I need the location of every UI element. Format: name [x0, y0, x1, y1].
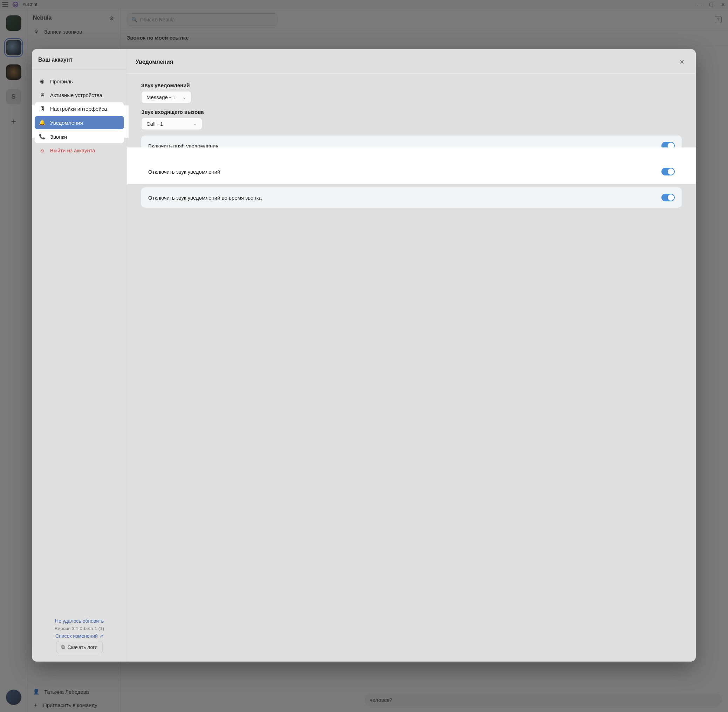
modal-close-button[interactable]: ✕: [676, 57, 687, 67]
call-sound-label: Звук входящего вызова: [141, 109, 682, 115]
nav-devices[interactable]: 🖥 Активные устройства: [35, 89, 124, 102]
nav-label: Выйти из аккаунта: [50, 147, 95, 153]
mute-toggle[interactable]: [661, 168, 675, 175]
nav-label: Настройки интерфейса: [50, 106, 107, 112]
user-icon: ◉: [39, 78, 45, 85]
version-text: Версия 3.1.0-beta.1 (1): [37, 626, 122, 631]
toggle-row-mute: Отключить звук уведомлений: [141, 162, 682, 182]
modal-main-title: Уведомления: [135, 59, 173, 65]
sliders-icon: 🎛: [39, 106, 45, 112]
account-settings-modal: Ваш аккаунт ◉ Профиль 🖥 Активные устройс…: [32, 49, 696, 662]
modal-sidebar-title: Ваш аккаунт: [32, 49, 127, 70]
download-logs-button[interactable]: ⧉ Скачать логи: [56, 641, 103, 653]
nav-interface[interactable]: 🎛 Настройки интерфейса: [35, 102, 124, 115]
toggle-row-push: Включить push уведомления: [141, 135, 682, 156]
toggle-label: Включить push уведомления: [148, 143, 218, 149]
nav-calls[interactable]: 📞 Звонки: [35, 130, 124, 143]
phone-icon: 📞: [39, 134, 45, 140]
update-failed-link[interactable]: Не удалось обновить: [37, 618, 122, 624]
toggle-label: Отключить звук уведомлений: [148, 169, 220, 175]
nav-profile[interactable]: ◉ Профиль: [35, 74, 124, 88]
nav-logout[interactable]: ⎋ Выйти из аккаунта: [35, 144, 124, 157]
logout-icon: ⎋: [39, 147, 45, 153]
toggle-row-mute-in-call: Отключить звук уведомлений во время звон…: [141, 187, 682, 208]
push-toggle[interactable]: [661, 142, 675, 150]
notification-sound-select[interactable]: Message - 1 ⌄: [141, 91, 191, 103]
nav-label: Звонки: [50, 134, 67, 140]
devices-icon: 🖥: [39, 92, 45, 98]
modal-main: Уведомления ✕ Звук уведомлений Message -…: [127, 49, 696, 662]
toggle-label: Отключить звук уведомлений во время звон…: [148, 195, 262, 201]
nav-label: Уведомления: [50, 120, 83, 126]
mute-in-call-toggle[interactable]: [661, 194, 675, 202]
download-icon: ⧉: [61, 644, 65, 650]
download-logs-label: Скачать логи: [68, 644, 97, 650]
select-value: Call - 1: [146, 121, 163, 127]
select-value: Message - 1: [146, 94, 175, 100]
changelog-link[interactable]: Список изменений ↗: [37, 633, 122, 639]
chevron-down-icon: ⌄: [183, 95, 186, 100]
nav-label: Профиль: [50, 79, 73, 85]
call-sound-select[interactable]: Call - 1 ⌄: [141, 118, 202, 130]
notification-sound-label: Звук уведомлений: [141, 82, 682, 88]
nav-label: Активные устройства: [50, 92, 102, 98]
modal-sidebar: Ваш аккаунт ◉ Профиль 🖥 Активные устройс…: [32, 49, 127, 662]
chevron-down-icon: ⌄: [193, 122, 197, 126]
nav-notifications[interactable]: 🔔 Уведомления: [35, 116, 124, 129]
bell-icon: 🔔: [39, 119, 45, 126]
